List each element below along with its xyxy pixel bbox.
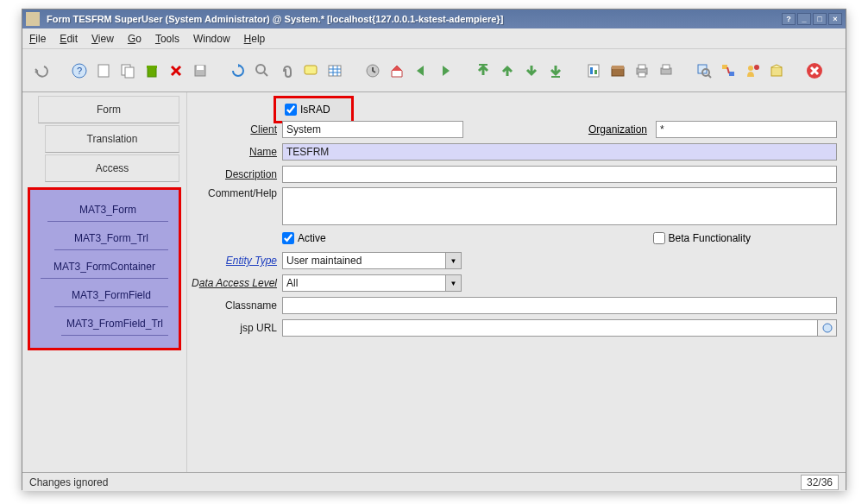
- menu-window[interactable]: Window: [193, 33, 230, 45]
- titlebar: Form TESFRM SuperUser (System Administra…: [22, 9, 846, 28]
- workflow-icon[interactable]: [718, 60, 739, 81]
- grid-icon[interactable]: [324, 60, 345, 81]
- active-checkbox[interactable]: [282, 232, 294, 244]
- svg-rect-28: [729, 72, 734, 76]
- svg-text:?: ?: [77, 66, 82, 76]
- prev-icon[interactable]: [497, 60, 518, 81]
- israd-label: IsRAD: [300, 104, 330, 116]
- svg-point-33: [823, 324, 832, 332]
- statusbar: Changes ignored 32/36: [22, 472, 846, 491]
- back-icon[interactable]: [411, 60, 431, 81]
- dataaccess-field[interactable]: [282, 274, 446, 292]
- svg-rect-10: [305, 66, 317, 74]
- close-window-button[interactable]: ×: [828, 13, 842, 25]
- refresh-icon[interactable]: [228, 60, 248, 81]
- menu-tools[interactable]: Tools: [155, 33, 179, 45]
- classname-field[interactable]: [282, 297, 837, 314]
- menubar: File Edit View Go Tools Window Help: [22, 28, 846, 49]
- dataaccess-dropdown-icon[interactable]: ▼: [446, 274, 462, 292]
- form-panel: IsRAD Client Organization Name D: [186, 92, 846, 472]
- close-icon[interactable]: [804, 60, 825, 81]
- beta-label: Beta Functionality: [669, 232, 751, 244]
- svg-point-29: [748, 66, 753, 71]
- menu-help[interactable]: Help: [244, 33, 266, 45]
- client-field[interactable]: [282, 121, 463, 138]
- svg-point-9: [256, 65, 265, 73]
- tab-mat3-formfield[interactable]: MAT3_FormField: [54, 280, 168, 307]
- save-icon[interactable]: [190, 60, 211, 81]
- highlighted-tabs-group: MAT3_Form MAT3_Form_Trl MAT3_FormContain…: [28, 187, 181, 350]
- organization-label: Organization: [588, 123, 647, 135]
- archive-icon[interactable]: [607, 60, 628, 81]
- record-counter: 32/36: [801, 475, 839, 490]
- jspurl-label: jsp URL: [187, 322, 282, 334]
- jspurl-browse-icon[interactable]: [818, 319, 837, 337]
- find-icon[interactable]: [252, 60, 273, 81]
- cancel-icon[interactable]: [166, 60, 186, 81]
- svg-rect-24: [663, 65, 670, 69]
- sidebar: Form Translation Access MAT3_Form MAT3_F…: [22, 92, 186, 472]
- menu-view[interactable]: View: [91, 33, 114, 45]
- minimize-window-button[interactable]: _: [797, 13, 811, 25]
- first-icon[interactable]: [473, 60, 494, 81]
- israd-highlight-box: IsRAD: [274, 96, 354, 123]
- tab-form[interactable]: Form: [38, 96, 179, 123]
- menu-file[interactable]: File: [29, 33, 46, 45]
- svg-rect-11: [329, 66, 341, 76]
- tab-mat3-form[interactable]: MAT3_Form: [47, 195, 168, 222]
- client-label: Client: [187, 123, 282, 135]
- entitytype-dropdown-icon[interactable]: ▼: [446, 252, 462, 269]
- svg-rect-31: [771, 67, 782, 76]
- svg-rect-16: [590, 67, 593, 74]
- svg-rect-22: [638, 72, 645, 77]
- entitytype-label: Entity Type: [187, 255, 282, 267]
- svg-rect-27: [722, 65, 727, 69]
- window-title: Form TESFRM SuperUser (System Administra…: [47, 14, 782, 24]
- description-field[interactable]: [282, 166, 837, 183]
- home-icon[interactable]: [387, 60, 407, 81]
- printpreview-icon[interactable]: [656, 60, 676, 81]
- organization-field[interactable]: [656, 121, 837, 138]
- chat-icon[interactable]: [300, 60, 321, 81]
- menu-edit[interactable]: Edit: [60, 33, 78, 45]
- app-icon: [26, 12, 40, 26]
- help-window-button[interactable]: ?: [782, 13, 796, 25]
- delete-icon[interactable]: [142, 60, 162, 81]
- menu-go[interactable]: Go: [128, 33, 142, 45]
- toolbar: ?: [22, 49, 846, 92]
- description-label: Description: [187, 168, 282, 180]
- zoom-icon[interactable]: [694, 60, 714, 81]
- new-icon[interactable]: [93, 60, 114, 81]
- attachment-icon[interactable]: [276, 60, 297, 81]
- next-icon[interactable]: [521, 60, 542, 81]
- svg-rect-21: [638, 65, 645, 69]
- help-icon[interactable]: ?: [69, 60, 90, 81]
- tab-mat3-form-trl[interactable]: MAT3_Form_Trl: [54, 224, 168, 250]
- copy-icon[interactable]: [117, 60, 138, 81]
- entitytype-field[interactable]: [282, 252, 446, 269]
- svg-rect-14: [551, 76, 560, 78]
- svg-rect-5: [148, 67, 156, 77]
- last-icon[interactable]: [545, 60, 566, 81]
- israd-checkbox[interactable]: [285, 104, 297, 116]
- tab-access[interactable]: Access: [45, 154, 179, 182]
- report-icon[interactable]: [583, 60, 604, 81]
- tab-translation[interactable]: Translation: [45, 125, 179, 153]
- undo-icon[interactable]: [31, 60, 52, 81]
- print-icon[interactable]: [632, 60, 652, 81]
- beta-checkbox[interactable]: [653, 232, 665, 244]
- tab-mat3-formcontainer[interactable]: MAT3_FormContainer: [41, 252, 168, 279]
- svg-rect-15: [588, 65, 599, 77]
- name-field[interactable]: [282, 143, 837, 161]
- forward-icon[interactable]: [435, 60, 456, 81]
- tab-mat3-fromfield-trl[interactable]: MAT3_FromField_Trl: [61, 309, 168, 336]
- history-icon[interactable]: [362, 60, 383, 81]
- jspurl-field[interactable]: [282, 319, 818, 337]
- request-icon[interactable]: [742, 60, 763, 81]
- svg-rect-8: [197, 66, 204, 70]
- classname-label: Classname: [187, 299, 282, 312]
- product-icon[interactable]: [766, 60, 787, 81]
- maximize-window-button[interactable]: □: [813, 13, 827, 25]
- commenthelp-field[interactable]: [282, 187, 837, 225]
- window-controls: ? _ □ ×: [782, 13, 842, 25]
